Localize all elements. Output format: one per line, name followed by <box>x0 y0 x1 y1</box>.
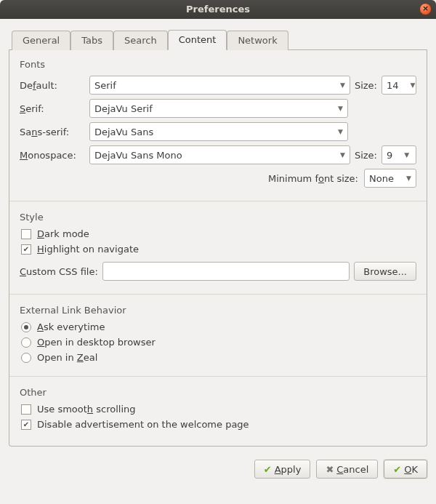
default-font-combo[interactable]: Serif ▼ <box>89 76 350 95</box>
external-heading: External Link Behavior <box>20 305 416 316</box>
custom-css-input[interactable] <box>102 262 350 281</box>
tab-bar: General Tabs Search Content Network <box>9 29 427 50</box>
radio-desktop[interactable] <box>21 337 31 348</box>
mono-size-label: Size: <box>355 150 377 161</box>
other-section: Other Use smooth scrolling ✔ Disable adv… <box>20 387 416 430</box>
radio-desktop-label: Open in desktop browser <box>37 337 156 348</box>
disable-ad-label: Disable advertisement on the welcome pag… <box>37 419 249 430</box>
ok-button[interactable]: ✔OK <box>384 460 427 479</box>
cancel-button[interactable]: ✖Cancel <box>316 460 378 479</box>
chevron-down-icon: ▼ <box>406 175 411 182</box>
close-icon[interactable]: × <box>419 3 432 15</box>
default-size-spin[interactable]: 14 ▼ <box>382 76 416 95</box>
dialog-buttons: ✔Apply ✖Cancel ✔OK <box>0 454 436 487</box>
serif-label: Serif: <box>20 103 85 114</box>
default-font-label: Default: <box>20 80 85 91</box>
tab-network[interactable]: Network <box>227 31 288 50</box>
check-icon: ✔ <box>264 464 272 475</box>
highlight-checkbox[interactable]: ✔ <box>21 244 31 255</box>
custom-css-label: Custom CSS file: <box>20 266 98 277</box>
disable-ad-checkbox[interactable]: ✔ <box>21 420 31 430</box>
style-section: Style Dark mode ✔ Highlight on navigate … <box>20 212 416 281</box>
other-heading: Other <box>20 387 416 398</box>
min-font-value: None <box>369 173 394 184</box>
fonts-heading: Fonts <box>20 59 416 70</box>
divider <box>9 294 427 295</box>
radio-zeal-label: Open in Zeal <box>37 352 97 363</box>
chevron-down-icon: ▼ <box>338 105 343 112</box>
min-font-label: Minimum font size: <box>268 173 358 184</box>
mono-label: Monospace: <box>20 150 85 161</box>
sans-value: DejaVu Sans <box>94 127 153 137</box>
serif-value: DejaVu Serif <box>94 103 153 114</box>
radio-ask-label: Ask everytime <box>37 321 105 332</box>
smooth-scrolling-checkbox[interactable] <box>21 404 31 415</box>
chevron-down-icon: ▼ <box>411 81 416 89</box>
chevron-down-icon: ▼ <box>340 81 345 89</box>
browse-button[interactable]: Browse... <box>354 262 416 281</box>
mono-size-value: 9 <box>387 150 392 161</box>
default-font-value: Serif <box>94 80 116 91</box>
tab-content[interactable]: Content <box>168 30 227 50</box>
radio-zeal[interactable] <box>21 353 31 363</box>
content-panel: Fonts Default: Serif ▼ Size: 14 ▼ Serif:… <box>9 50 427 447</box>
radio-ask[interactable] <box>21 322 31 332</box>
tab-search[interactable]: Search <box>113 31 168 50</box>
mono-combo[interactable]: DejaVu Sans Mono ▼ <box>89 145 350 164</box>
smooth-scrolling-label: Use smooth scrolling <box>37 404 136 415</box>
tab-general[interactable]: General <box>12 31 70 50</box>
tab-tabs[interactable]: Tabs <box>70 31 113 50</box>
window-title: Preferences <box>186 4 250 15</box>
dark-mode-checkbox[interactable] <box>21 229 31 239</box>
serif-combo[interactable]: DejaVu Serif ▼ <box>89 99 348 118</box>
sans-label: Sans-serif: <box>20 127 85 137</box>
default-size-label: Size: <box>355 80 377 91</box>
sans-combo[interactable]: DejaVu Sans ▼ <box>89 122 348 141</box>
mono-size-spin[interactable]: 9 ▼ <box>382 145 416 164</box>
chevron-down-icon: ▼ <box>404 151 409 159</box>
divider <box>9 201 427 201</box>
apply-button[interactable]: ✔Apply <box>254 460 311 479</box>
min-font-combo[interactable]: None ▼ <box>364 169 416 188</box>
chevron-down-icon: ▼ <box>340 151 345 159</box>
cancel-icon: ✖ <box>326 464 334 475</box>
fonts-section: Fonts Default: Serif ▼ Size: 14 ▼ Serif:… <box>20 59 416 188</box>
style-heading: Style <box>20 212 416 223</box>
external-link-section: External Link Behavior Ask everytime Ope… <box>20 305 416 363</box>
highlight-label: Highlight on navigate <box>37 244 139 255</box>
dark-mode-label: Dark mode <box>37 228 89 239</box>
divider <box>9 376 427 377</box>
check-icon: ✔ <box>393 464 401 475</box>
titlebar: Preferences × <box>0 0 436 19</box>
default-size-value: 14 <box>387 80 399 91</box>
mono-value: DejaVu Sans Mono <box>94 150 182 161</box>
chevron-down-icon: ▼ <box>338 128 343 135</box>
